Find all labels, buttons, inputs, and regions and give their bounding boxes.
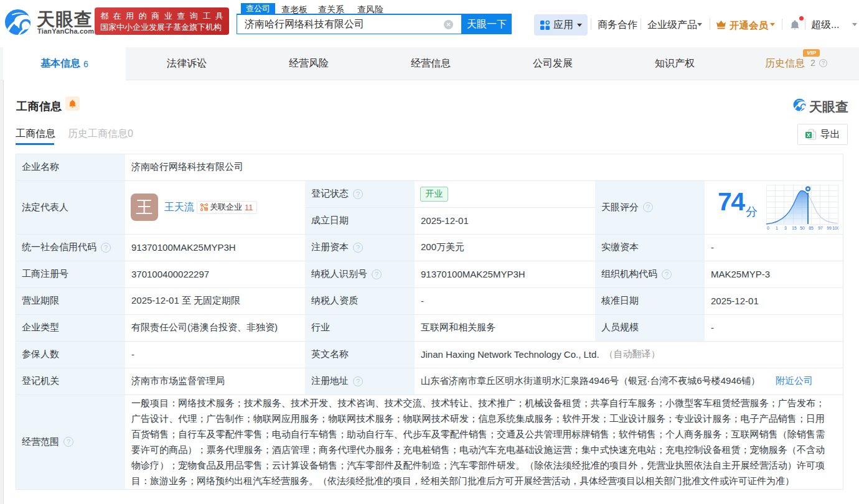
svg-text:3: 3 (784, 226, 787, 230)
svg-text:1: 1 (776, 226, 778, 230)
svg-text:85: 85 (809, 226, 814, 230)
svg-text:100: 100 (832, 226, 838, 230)
svg-text:0: 0 (767, 226, 769, 230)
svg-text:99: 99 (827, 226, 832, 230)
svg-text:50: 50 (800, 226, 805, 230)
svg-text:企: 企 (205, 207, 208, 211)
svg-text:97: 97 (818, 226, 823, 230)
svg-text:15: 15 (792, 226, 797, 230)
